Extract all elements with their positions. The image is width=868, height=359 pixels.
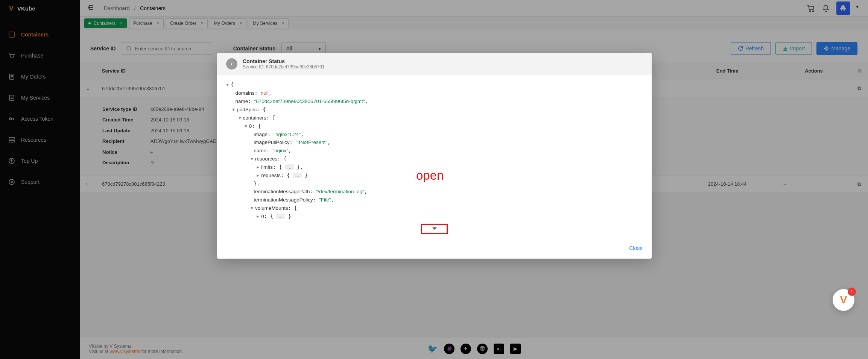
modal-header: i Container Status Service ID: 670dc2bef…	[217, 53, 652, 75]
help-fab-badge: 1	[848, 288, 856, 296]
modal-title: Container Status	[243, 58, 325, 64]
help-fab[interactable]: V 1	[833, 289, 854, 311]
json-viewer[interactable]: ▾{ domains: null, name: "670dc2bef739be9…	[226, 81, 643, 221]
help-fab-icon: V	[840, 294, 847, 306]
modal-close-button[interactable]: Close	[629, 245, 643, 251]
annotation-open: open	[416, 168, 444, 183]
modal-footer: Close	[217, 245, 652, 259]
json-expand-button[interactable]	[421, 224, 448, 234]
modal-subtitle: Service ID: 670dc2bef739be90c3806701	[243, 64, 325, 70]
container-status-modal: i Container Status Service ID: 670dc2bef…	[217, 53, 652, 259]
modal-body: ▾{ domains: null, name: "670dc2bef739be9…	[217, 75, 652, 223]
info-icon: i	[226, 58, 237, 70]
